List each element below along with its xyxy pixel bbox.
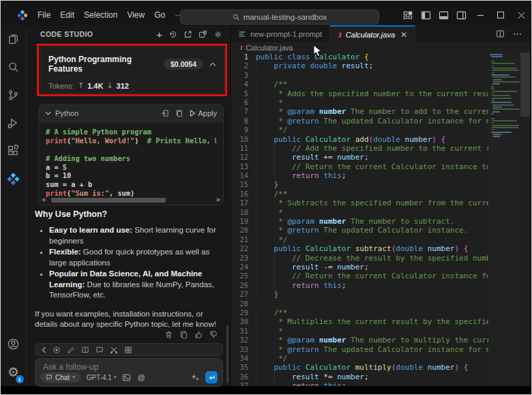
- maximize-button[interactable]: [490, 6, 511, 24]
- code-studio-sidebar: CODE STUDIO + Python: [27, 25, 230, 386]
- python-code-line: sum = a + b: [46, 180, 216, 189]
- minimize-button[interactable]: [470, 6, 490, 24]
- extensions-icon[interactable]: [1, 137, 27, 165]
- code-line: 32 * @param number The number to multipl…: [231, 336, 488, 345]
- toggle-panel-icon[interactable]: [434, 6, 452, 24]
- mode-selector[interactable]: Chat ▾: [40, 372, 80, 383]
- menu-file[interactable]: File: [33, 9, 55, 21]
- thumbs-up-icon[interactable]: [194, 330, 203, 339]
- split-editor-icon[interactable]: [496, 29, 505, 38]
- menu-edit[interactable]: Edit: [55, 9, 79, 21]
- search-view-icon[interactable]: [1, 53, 27, 81]
- toggle-secondary-sidebar-icon[interactable]: [452, 6, 470, 24]
- book-icon[interactable]: [81, 346, 89, 354]
- code-line: 15 }: [231, 180, 488, 189]
- new-chat-icon[interactable]: +: [156, 29, 162, 40]
- copy-code-icon[interactable]: [175, 109, 183, 117]
- grid-icon[interactable]: [124, 346, 132, 354]
- tab-new-prompt[interactable]: new-prompt-1.prompt: [231, 25, 330, 42]
- minimap[interactable]: [488, 53, 520, 386]
- send-enter-icon: [208, 374, 216, 381]
- comment-icon[interactable]: [95, 346, 104, 354]
- code-line: 11 // Add the specified number to the cu…: [231, 144, 488, 153]
- code-studio-view-icon[interactable]: [1, 165, 27, 193]
- tokens-in-value: 1.4K: [87, 82, 103, 90]
- minimap-line: [491, 61, 494, 62]
- open-external-icon[interactable]: [183, 30, 192, 39]
- toggle-primary-sidebar-icon[interactable]: [417, 6, 434, 24]
- editor-more-actions-icon[interactable]: ⋯: [513, 29, 522, 39]
- answer-bullet: Easy to learn and use: Short learning cu…: [49, 225, 223, 246]
- close-tab-icon[interactable]: ✕: [400, 30, 407, 40]
- sparkle-icon[interactable]: [190, 372, 200, 382]
- scrollbar-thumb[interactable]: [51, 198, 166, 203]
- editor-scrollbar[interactable]: [520, 53, 531, 386]
- open-in-editor-icon[interactable]: [198, 30, 207, 39]
- code-line: 21 */: [231, 235, 488, 244]
- python-code-line: print("Hello, World!") # Prints Hello, W…: [46, 136, 216, 145]
- sidebar-scrollbar[interactable]: [226, 325, 228, 383]
- scroll-left-icon[interactable]: ◀: [41, 197, 45, 203]
- menu-go[interactable]: Go: [149, 9, 170, 21]
- minimap-line: [492, 104, 514, 106]
- chevron-left-icon[interactable]: [42, 347, 46, 353]
- thumbs-down-icon[interactable]: [209, 330, 218, 339]
- edit-pencil-icon[interactable]: [67, 346, 75, 354]
- chevron-down-icon[interactable]: [45, 111, 51, 115]
- insert-at-cursor-icon[interactable]: [161, 109, 169, 117]
- apply-code-button[interactable]: Apply: [190, 109, 217, 117]
- history-icon[interactable]: [168, 30, 177, 39]
- scissors-icon[interactable]: [110, 346, 118, 354]
- collapse-chevron-up-icon[interactable]: [209, 62, 216, 67]
- mention-icon[interactable]: @: [137, 373, 145, 381]
- send-button[interactable]: [205, 371, 218, 383]
- menu-selection[interactable]: Selection: [79, 9, 122, 21]
- minimap-line: [491, 86, 494, 87]
- mode-chevron-down-icon: ▾: [72, 375, 75, 380]
- minimap-line: [492, 93, 494, 94]
- customize-layout-icon[interactable]: [399, 6, 417, 24]
- search-value: manual-testing-sandbox: [243, 13, 327, 21]
- breadcrumb[interactable]: J Calculator.java: [231, 42, 531, 53]
- python-code-lines[interactable]: # A simple Python programprint("Hello, W…: [39, 122, 223, 198]
- menu-view[interactable]: View: [122, 9, 149, 21]
- code-editor[interactable]: 1public class Calculator {2 private doub…: [231, 53, 488, 386]
- panel-settings-gear-icon[interactable]: [213, 30, 222, 39]
- model-selector[interactable]: GPT-4.1 ▾: [87, 374, 117, 381]
- code-line: 27 }: [231, 290, 488, 299]
- target-icon[interactable]: [53, 346, 61, 354]
- accounts-icon[interactable]: [1, 330, 27, 358]
- code-line: 18 *: [231, 208, 488, 217]
- settings-gear-icon[interactable]: ⚙ 1: [1, 358, 27, 386]
- close-button[interactable]: [511, 6, 531, 24]
- code-line: 36 result *= number;: [231, 372, 488, 381]
- minimap-line: [492, 91, 518, 92]
- chat-input-placeholder[interactable]: Ask a follow-up: [35, 359, 222, 372]
- scroll-right-icon[interactable]: ▶: [217, 197, 221, 203]
- copy-message-icon[interactable]: [179, 330, 188, 339]
- code-horizontal-scrollbar[interactable]: ◀ ▶: [39, 197, 223, 203]
- attach-image-icon[interactable]: [122, 374, 131, 381]
- tab-calculator-java[interactable]: J Calculator.java ✕: [330, 25, 415, 42]
- editor-scrollbar-thumb[interactable]: [520, 53, 530, 117]
- code-line: 5 * Adds the specified number to the cur…: [231, 89, 488, 98]
- chat-bubble-icon: [46, 374, 53, 381]
- session-cost-badge: $0.0054: [164, 59, 203, 70]
- minimap-line: [492, 100, 494, 101]
- code-language-label: Python: [55, 109, 78, 117]
- message-actions: [164, 330, 218, 339]
- chat-input-box[interactable]: Ask a follow-up Chat ▾ GPT-4.1 ▾ @: [35, 358, 223, 387]
- tokens-label: Tokens:: [48, 82, 74, 90]
- model-chevron-down-icon: ▾: [114, 375, 117, 380]
- session-title: Python Programming Features: [48, 55, 164, 74]
- minimap-line: [492, 134, 502, 135]
- delete-message-icon[interactable]: [164, 330, 173, 339]
- run-debug-icon[interactable]: [1, 109, 27, 137]
- minimap-line: [492, 125, 519, 126]
- source-control-icon[interactable]: [1, 81, 27, 109]
- code-line: 2 private double result;: [231, 61, 488, 70]
- session-card[interactable]: Python Programming Features $0.0054 Toke…: [40, 46, 225, 93]
- explorer-icon[interactable]: [1, 25, 27, 53]
- minimap-line: [492, 129, 494, 130]
- command-center-search[interactable]: manual-testing-sandbox: [180, 10, 379, 25]
